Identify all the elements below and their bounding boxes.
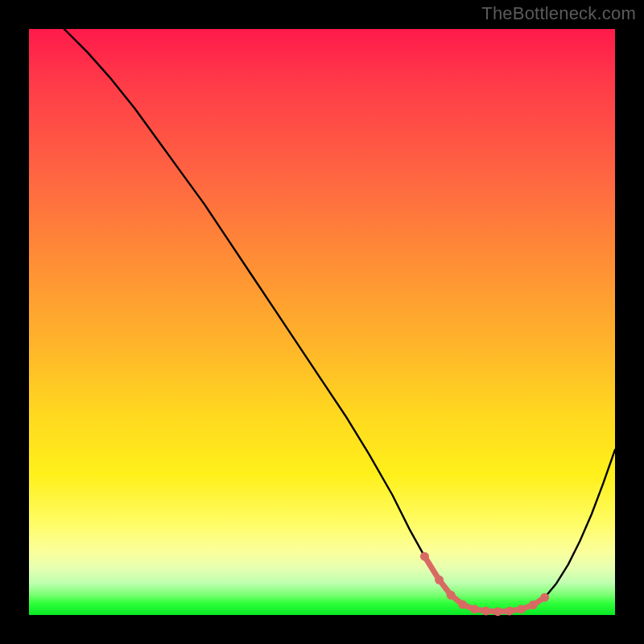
plot-area [29,29,615,615]
chart-svg [29,29,615,615]
watermark-text: TheBottleneck.com [481,3,636,24]
highlight-dots [420,552,549,616]
svg-point-20 [540,593,549,602]
chart-frame: TheBottleneck.com [0,0,644,644]
curve-line [64,29,615,612]
